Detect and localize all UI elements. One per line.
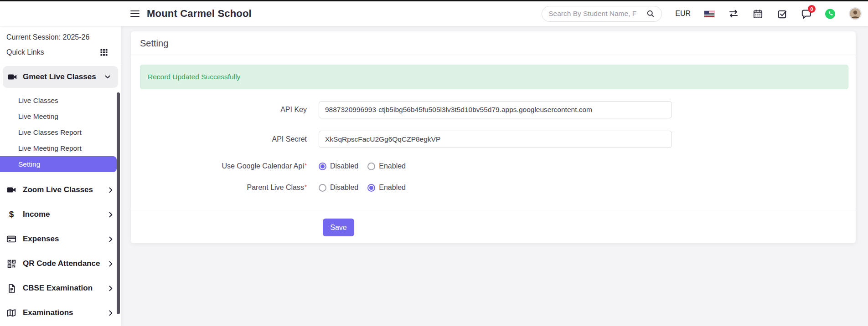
chat-badge: 0 bbox=[808, 5, 816, 13]
video-camera-icon bbox=[6, 185, 16, 195]
radio-unselected-icon[interactable] bbox=[367, 163, 375, 170]
sidebar-item-examinations[interactable]: Examinations bbox=[0, 301, 121, 325]
radio-unselected-icon[interactable] bbox=[319, 184, 326, 192]
chat-icon[interactable]: 0 bbox=[801, 8, 811, 19]
calendar-icon[interactable] bbox=[752, 8, 763, 19]
app-header: Mount Carmel School EUR 0 bbox=[0, 1, 868, 26]
setting-card: Setting Record Updated Successfully API … bbox=[131, 31, 856, 243]
radio-selected-icon[interactable] bbox=[319, 163, 326, 170]
chevron-right-icon bbox=[105, 185, 115, 195]
chevron-right-icon bbox=[105, 308, 115, 318]
whatsapp-icon[interactable] bbox=[825, 8, 836, 19]
sidebar-item-income[interactable]: $ Income bbox=[0, 202, 121, 227]
sidebar-item-label: Income bbox=[23, 210, 105, 219]
api-secret-row: API Secret bbox=[140, 131, 848, 148]
parent-live-class-disabled-option[interactable]: Disabled bbox=[319, 183, 358, 192]
check-square-icon[interactable] bbox=[776, 8, 787, 19]
submenu-item-live-classes[interactable]: Live Classes bbox=[0, 92, 121, 108]
submenu-item-live-meeting[interactable]: Live Meeting bbox=[0, 108, 121, 124]
required-asterisk: * bbox=[305, 183, 307, 190]
student-search[interactable] bbox=[542, 6, 662, 22]
chevron-right-icon bbox=[105, 234, 115, 244]
api-secret-label: API Secret bbox=[140, 135, 319, 143]
document-icon bbox=[6, 283, 16, 293]
parent-live-class-label: Parent Live Class* bbox=[140, 183, 319, 192]
radio-option-label: Disabled bbox=[330, 183, 358, 192]
dollar-icon: $ bbox=[6, 209, 16, 219]
chevron-right-icon bbox=[105, 259, 115, 269]
google-calendar-api-row: Use Google Calendar Api* Disabled Enable… bbox=[140, 162, 848, 170]
us-flag-icon[interactable] bbox=[704, 10, 715, 17]
chevron-right-icon bbox=[105, 283, 115, 293]
map-icon bbox=[6, 308, 16, 318]
exchange-icon[interactable] bbox=[728, 8, 739, 19]
api-key-input[interactable] bbox=[319, 101, 672, 118]
card-footer: Save bbox=[131, 211, 856, 243]
current-session-label: Current Session: 2025-26 bbox=[0, 26, 121, 41]
sidebar-divider bbox=[0, 63, 121, 63]
radio-option-label: Disabled bbox=[330, 162, 358, 170]
success-alert-text: Record Updated Successfully bbox=[148, 73, 240, 81]
video-camera-icon bbox=[7, 72, 17, 82]
google-calendar-api-label: Use Google Calendar Api* bbox=[140, 162, 319, 170]
google-calendar-disabled-option[interactable]: Disabled bbox=[319, 162, 358, 170]
sidebar-menu: Zoom Live Classes $ Income Expenses QR C… bbox=[0, 178, 121, 325]
radio-selected-icon[interactable] bbox=[367, 184, 375, 192]
app-title: Mount Carmel School bbox=[147, 8, 252, 20]
required-asterisk: * bbox=[305, 162, 307, 169]
api-key-label: API Key bbox=[140, 106, 319, 114]
api-secret-input[interactable] bbox=[319, 131, 672, 148]
card-header: Setting bbox=[131, 31, 856, 55]
sidebar-item-label: CBSE Examination bbox=[23, 284, 105, 293]
grid-icon[interactable] bbox=[99, 47, 109, 57]
sidebar-item-label: Expenses bbox=[23, 234, 105, 244]
success-alert: Record Updated Successfully bbox=[140, 65, 848, 89]
radio-option-label: Enabled bbox=[379, 183, 406, 192]
save-button[interactable]: Save bbox=[323, 219, 354, 236]
radio-option-label: Enabled bbox=[379, 162, 406, 170]
search-icon[interactable] bbox=[646, 9, 655, 18]
sidebar-item-label: Gmeet Live Classes bbox=[23, 72, 103, 82]
gmeet-submenu: Live Classes Live Meeting Live Classes R… bbox=[0, 91, 121, 172]
submenu-item-setting[interactable]: Setting bbox=[0, 156, 117, 172]
sidebar-item-qr-code-attendance[interactable]: QR Code Attendance bbox=[0, 251, 121, 276]
parent-live-class-enabled-option[interactable]: Enabled bbox=[367, 183, 406, 192]
api-key-row: API Key bbox=[140, 101, 848, 118]
qr-code-icon bbox=[6, 259, 16, 269]
quick-links-label: Quick Links bbox=[6, 48, 44, 56]
sidebar-item-label: QR Code Attendance bbox=[23, 259, 105, 268]
submenu-item-live-classes-report[interactable]: Live Classes Report bbox=[0, 124, 121, 140]
chevron-right-icon bbox=[105, 209, 115, 219]
sidebar-scrollbar[interactable] bbox=[117, 92, 120, 314]
parent-live-class-row: Parent Live Class* Disabled Enabled bbox=[140, 183, 848, 192]
search-input[interactable] bbox=[548, 10, 646, 18]
currency-selector[interactable]: EUR bbox=[675, 10, 691, 18]
sidebar-item-zoom-live-classes[interactable]: Zoom Live Classes bbox=[0, 178, 121, 202]
google-calendar-enabled-option[interactable]: Enabled bbox=[367, 162, 406, 170]
hamburger-menu-icon[interactable] bbox=[130, 9, 140, 19]
page-title: Setting bbox=[140, 38, 847, 49]
quick-links[interactable]: Quick Links bbox=[0, 41, 121, 62]
sidebar-item-gmeet-live-classes[interactable]: Gmeet Live Classes bbox=[3, 66, 118, 88]
user-avatar[interactable] bbox=[849, 7, 862, 20]
credit-card-icon bbox=[6, 234, 16, 244]
sidebar-item-label: Zoom Live Classes bbox=[23, 185, 105, 194]
sidebar-item-label: Examinations bbox=[23, 308, 105, 317]
main-content: Setting Record Updated Successfully API … bbox=[121, 26, 868, 326]
sidebar: Current Session: 2025-26 Quick Links Gme… bbox=[0, 26, 121, 326]
chevron-down-icon bbox=[103, 72, 113, 82]
submenu-item-live-meeting-report[interactable]: Live Meeting Report bbox=[0, 140, 121, 156]
sidebar-item-expenses[interactable]: Expenses bbox=[0, 227, 121, 251]
sidebar-item-cbse-examination[interactable]: CBSE Examination bbox=[0, 276, 121, 301]
